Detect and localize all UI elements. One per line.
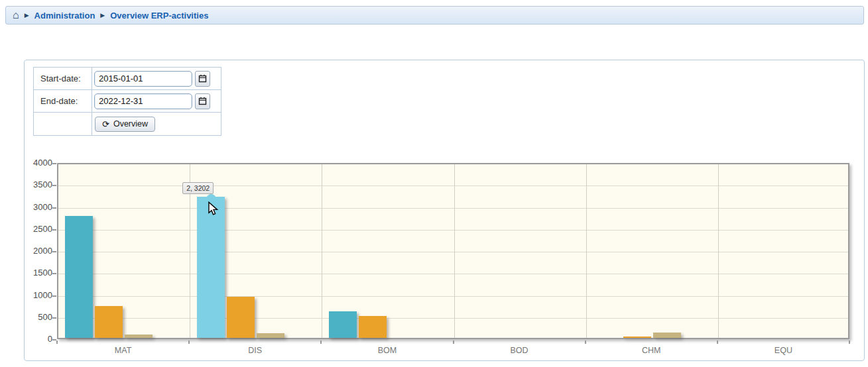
chart-tooltip: 2, 3202: [182, 182, 214, 194]
start-date-input[interactable]: [94, 71, 192, 87]
x-gridline: [322, 164, 322, 338]
x-axis-tick-mark: [188, 341, 190, 344]
y-axis-tick-mark: [52, 229, 56, 231]
bar-BOM-series-2-orange[interactable]: [359, 316, 387, 338]
calendar-icon: [198, 74, 207, 83]
y-axis-tick-mark: [52, 185, 56, 186]
x-axis-category-label: BOD: [486, 346, 552, 355]
bar-MAT-series-3-tan[interactable]: [125, 335, 153, 338]
y-gridline: [58, 296, 848, 297]
breadcrumb: ⌂ ▶ Administration ▶ Overview ERP-activi…: [5, 6, 864, 25]
x-gridline: [718, 164, 719, 338]
overview-button-label: Overview: [113, 119, 148, 129]
y-axis-tick-label: 0: [25, 334, 52, 344]
x-axis-tick-mark: [56, 341, 58, 344]
overview-button-row: ⟳ Overview: [34, 113, 221, 135]
y-axis-tick-label: 4000: [25, 158, 52, 168]
y-axis-tick-label: 2500: [25, 224, 52, 234]
bar-CHM-series-3-tan[interactable]: [653, 333, 681, 338]
y-gridline: [58, 208, 848, 209]
y-gridline: [58, 230, 848, 231]
y-axis-tick-label: 3500: [25, 180, 52, 189]
bar-DIS-series-2-orange[interactable]: [227, 297, 255, 338]
bar-DIS-series-3-tan[interactable]: [257, 333, 284, 338]
y-axis-tick-mark: [52, 207, 56, 209]
y-axis-tick-label: 1500: [25, 268, 52, 278]
y-axis-tick-mark: [52, 295, 56, 297]
mouse-cursor: [208, 201, 220, 219]
y-gridline: [58, 274, 848, 274]
bar-MAT-series-2-orange[interactable]: [95, 306, 123, 338]
refresh-icon: ⟳: [102, 120, 109, 129]
end-date-input[interactable]: [94, 93, 192, 109]
x-axis-category-label: MAT: [90, 346, 156, 355]
bar-BOM-series-1-teal[interactable]: [329, 311, 357, 338]
end-date-calendar-button[interactable]: [195, 93, 210, 109]
x-axis-tick-mark: [849, 341, 850, 344]
breadcrumb-link-administration[interactable]: Administration: [34, 11, 95, 21]
breadcrumb-separator-icon: ▶: [100, 12, 105, 19]
start-date-row: Start-date:: [34, 68, 221, 90]
x-axis-tick-mark: [320, 341, 322, 344]
y-axis-tick-label: 2000: [25, 246, 52, 256]
y-axis-tick-mark: [52, 317, 56, 319]
start-date-calendar-button[interactable]: [195, 71, 210, 87]
x-axis-tick-mark: [717, 341, 718, 344]
empty-cell: [34, 113, 92, 135]
y-gridline: [58, 318, 848, 319]
overview-button[interactable]: ⟳ Overview: [95, 117, 155, 132]
date-filter-form: Start-date: End-date:: [33, 67, 221, 136]
x-axis-category-label: EQU: [750, 346, 816, 355]
bar-CHM-series-2-orange[interactable]: [623, 337, 651, 338]
y-axis-tick-mark: [52, 273, 56, 274]
home-icon[interactable]: ⌂: [13, 10, 19, 21]
main-panel: Start-date: End-date:: [24, 60, 865, 361]
end-date-row: End-date:: [34, 90, 221, 113]
y-axis-tick-mark: [52, 163, 56, 164]
y-axis-tick-label: 500: [25, 312, 52, 322]
x-axis-tick-mark: [453, 341, 454, 344]
end-date-label: End-date:: [34, 90, 92, 112]
y-gridline: [58, 252, 848, 252]
x-gridline: [454, 164, 455, 338]
y-axis-tick-mark: [52, 251, 56, 252]
y-axis-tick-label: 1000: [25, 290, 52, 300]
y-gridline: [58, 185, 848, 186]
erp-activities-bar-chart: 2, 3202: [57, 163, 849, 339]
bar-MAT-series-1-teal[interactable]: [65, 216, 93, 338]
breadcrumb-separator-icon: ▶: [25, 12, 29, 19]
x-gridline: [586, 164, 587, 338]
x-axis-tick-mark: [585, 341, 586, 344]
y-axis-tick-label: 3000: [25, 202, 52, 212]
x-axis-category-label: DIS: [222, 346, 288, 355]
start-date-label: Start-date:: [34, 68, 92, 89]
calendar-icon: [198, 97, 207, 105]
x-axis-category-label: CHM: [618, 346, 684, 355]
x-axis-category-label: BOM: [354, 346, 420, 355]
breadcrumb-link-overview-erp-activities[interactable]: Overview ERP-activities: [110, 11, 208, 21]
